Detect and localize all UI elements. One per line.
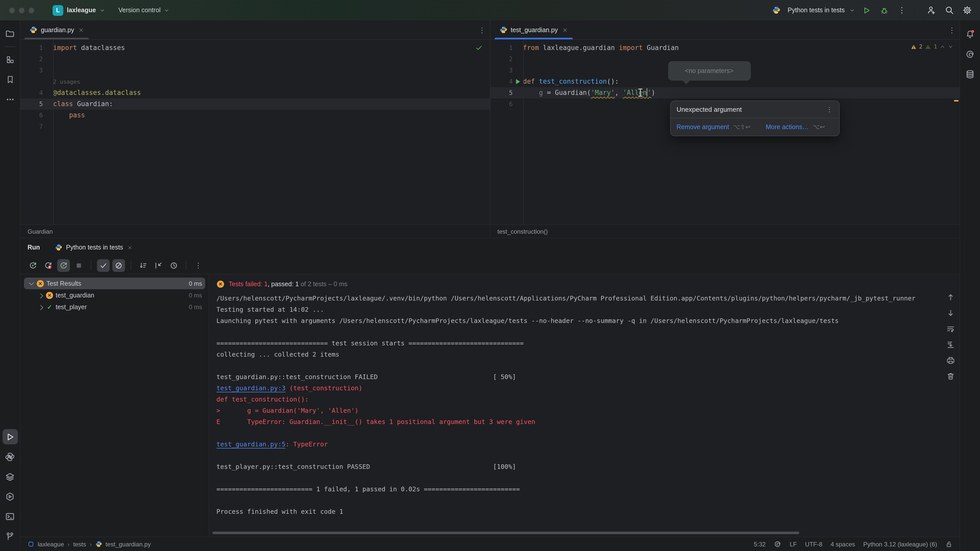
show-ignored-icon[interactable] — [112, 259, 125, 272]
rerun-failed-tests-icon[interactable] — [42, 259, 55, 272]
error-stripe-mark[interactable] — [954, 100, 959, 102]
run-configuration-selector[interactable]: Python tests in tests — [788, 6, 845, 14]
caret-position[interactable]: 5:32 — [754, 540, 766, 548]
next-problem-icon[interactable] — [948, 44, 953, 49]
run-tab-python-tests[interactable]: Python tests in tests — [51, 238, 140, 257]
more-actions-icon[interactable]: ⋮ — [895, 3, 908, 17]
popup-more-icon[interactable]: ⋮ — [826, 106, 833, 113]
code-editor[interactable]: 1 import dataclasses 2 3 — [21, 40, 490, 224]
notifications-bell-icon[interactable] — [963, 27, 978, 42]
code-line[interactable]: 3 — [21, 65, 490, 76]
sort-alphabetically-icon[interactable] — [137, 259, 150, 272]
console-line: Process finished with exit code 1 — [216, 506, 959, 517]
code-editor[interactable]: 1 from laxleague.guardian import Guardia… — [490, 40, 959, 224]
bookmarks-icon[interactable] — [2, 72, 18, 87]
ai-assistant-icon[interactable] — [963, 46, 978, 62]
run-button[interactable] — [859, 3, 873, 17]
code-line[interactable]: 2 usages — [21, 76, 490, 87]
structure-icon[interactable] — [2, 52, 18, 67]
project-folder-icon[interactable] — [2, 25, 18, 41]
code-lines: 1 import dataclasses 2 3 — [21, 42, 490, 132]
crumb-file[interactable]: test_guardian.py — [105, 540, 151, 548]
soft-wrap-icon[interactable] — [946, 324, 955, 333]
scroll-to-end-icon[interactable] — [946, 340, 955, 349]
code-line[interactable]: 4 @dataclasses.dataclass — [21, 87, 490, 98]
tree-chevron-icon[interactable] — [27, 279, 35, 287]
print-icon[interactable] — [946, 356, 955, 365]
weak-warning-icon — [925, 44, 931, 50]
services-hexagon-play-icon[interactable] — [2, 489, 18, 504]
crumb-project[interactable]: laxleague — [38, 540, 64, 548]
remove-argument-action[interactable]: Remove argument — [676, 124, 729, 130]
debug-button[interactable] — [877, 3, 891, 17]
previous-problem-icon[interactable] — [940, 44, 945, 49]
file-encoding[interactable]: UTF-8 — [805, 540, 822, 548]
project-badge: L — [52, 5, 63, 16]
show-passed-icon[interactable] — [97, 259, 110, 272]
python-console-icon[interactable] — [2, 449, 18, 464]
breadcrumb-test-construction[interactable]: test_construction() — [497, 228, 548, 235]
console-segment: test_guardian.py:5 — [216, 440, 286, 448]
ai-assistant-status-icon[interactable] — [774, 540, 781, 548]
close-tab-icon[interactable] — [563, 27, 568, 32]
run-test-gutter-icon[interactable] — [516, 79, 520, 84]
database-icon[interactable] — [963, 66, 978, 82]
stop-icon[interactable] — [73, 259, 85, 272]
rerun-icon[interactable] — [27, 259, 39, 272]
python-logo-icon — [770, 3, 783, 17]
more-actions-action[interactable]: More actions… — [766, 124, 809, 130]
code-line[interactable]: 6 pass — [21, 110, 490, 121]
scroll-up-icon[interactable] — [946, 293, 955, 302]
terminal-icon[interactable] — [2, 509, 18, 524]
console-line: test_player.py::test_construction PASSED… — [216, 461, 959, 472]
close-tab-icon[interactable] — [127, 245, 132, 250]
more-options-icon[interactable]: ⋮ — [192, 259, 205, 272]
inspections-ok-icon[interactable] — [475, 44, 483, 52]
breadcrumb-guardian[interactable]: Guardian — [27, 228, 53, 235]
clear-all-icon[interactable] — [946, 372, 955, 381]
minimize-window-button[interactable] — [19, 7, 24, 13]
code-line[interactable]: 7 — [21, 121, 490, 132]
version-control-widget[interactable]: Version control — [118, 6, 169, 14]
test-tree-row[interactable]: test_guardian 0 ms — [24, 289, 205, 301]
code-line[interactable]: 1 from laxleague.guardian import Guardia… — [490, 42, 959, 54]
run-tool-window-icon[interactable] — [2, 429, 18, 445]
navigate-with-single-click-icon[interactable] — [152, 259, 165, 272]
settings-gear-icon[interactable] — [961, 3, 974, 17]
search-icon[interactable] — [943, 3, 956, 17]
test-history-icon[interactable] — [167, 259, 180, 272]
toggle-auto-test-icon[interactable] — [57, 259, 70, 272]
code-line[interactable]: 2 — [21, 54, 490, 65]
layers-icon[interactable] — [2, 469, 18, 484]
zoom-window-button[interactable] — [29, 7, 34, 13]
project-widget[interactable]: L laxleague — [52, 5, 105, 16]
inspections-widget[interactable]: 2 1 — [911, 43, 954, 50]
version-control-branch-icon[interactable] — [2, 529, 18, 544]
more-tool-windows-icon[interactable] — [2, 92, 18, 107]
code-line[interactable]: 5 g = Guardian('Mary', 'Allen') — [490, 87, 959, 98]
test-tree-row[interactable]: test_player 0 ms — [24, 301, 205, 313]
line-separator[interactable]: LF — [790, 540, 797, 548]
tree-chevron-icon[interactable] — [36, 291, 45, 299]
close-tab-icon[interactable] — [79, 27, 84, 32]
tab-options-icon[interactable]: ⋮ — [479, 26, 486, 34]
line-number: 2 — [21, 54, 43, 65]
tab-options-icon[interactable]: ⋮ — [948, 26, 956, 34]
close-window-button[interactable] — [9, 7, 15, 13]
test-tree-row[interactable]: Test Results 0 ms — [24, 278, 205, 289]
tab-guardian-py[interactable]: guardian.py — [24, 21, 89, 39]
lock-open-icon[interactable] — [945, 540, 953, 548]
crumb-tests[interactable]: tests — [73, 540, 86, 548]
python-interpreter[interactable]: Python 3.12 (laxleague) (6) — [863, 540, 937, 548]
test-console[interactable]: Tests failed: 1, passed: 1 of 2 tests – … — [209, 275, 959, 537]
code-line[interactable]: 5 class Guardian: — [21, 98, 490, 110]
run-tool-label[interactable]: Run — [27, 244, 40, 251]
tab-test-guardian-py[interactable]: test_guardian.py — [494, 21, 573, 39]
tree-chevron-icon[interactable] — [36, 303, 45, 311]
add-user-icon[interactable] — [925, 3, 938, 17]
code-line[interactable]: 1 import dataclasses — [21, 42, 490, 54]
scroll-down-icon[interactable] — [946, 309, 955, 318]
run-tool-tabs: Run Python tests in tests — [21, 238, 959, 257]
indent-style[interactable]: 4 spaces — [830, 540, 855, 548]
horizontal-scrollbar[interactable] — [212, 532, 799, 534]
